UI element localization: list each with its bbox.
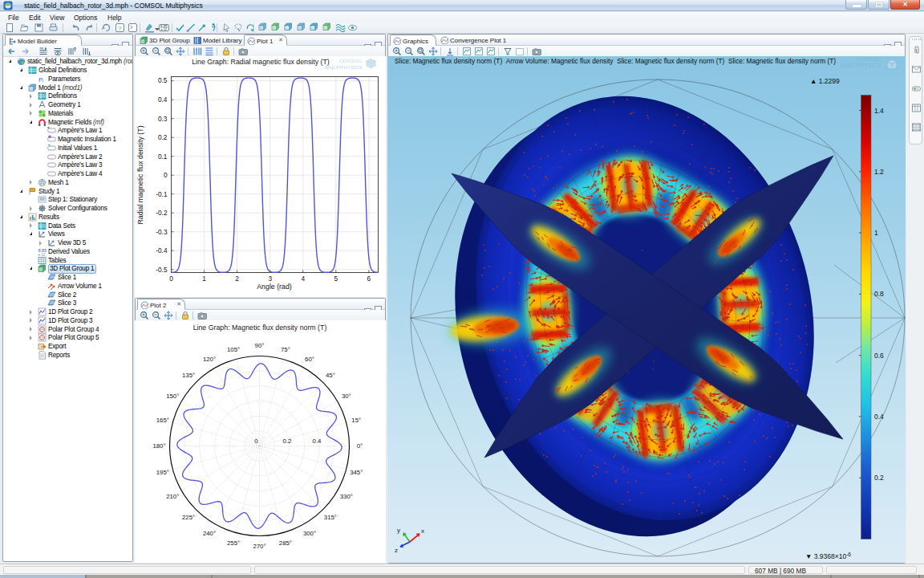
svg-text:▲ 1.2299: ▲ 1.2299 — [810, 77, 840, 85]
svg-text:5: 5 — [334, 275, 338, 283]
svg-text:-0.5: -0.5 — [156, 266, 168, 274]
svg-text:240°: 240° — [203, 530, 216, 537]
svg-text:2: 2 — [235, 275, 239, 283]
svg-text:Radial magnetic flux density (: Radial magnetic flux density (T) — [136, 125, 144, 224]
svg-text:1: 1 — [874, 229, 878, 237]
svg-text:-0.3: -0.3 — [156, 228, 168, 236]
svg-text:150°: 150° — [166, 393, 179, 400]
svg-text:-0.2: -0.2 — [156, 209, 168, 217]
svg-text:0.1: 0.1 — [158, 153, 168, 161]
svg-text:165°: 165° — [156, 417, 169, 424]
svg-text:15°: 15° — [351, 417, 361, 424]
svg-text:Line Graph: Radial magnetic fl: Line Graph: Radial magnetic flux density… — [192, 58, 330, 66]
svg-text:0.5: 0.5 — [158, 76, 168, 84]
svg-text:3: 3 — [268, 275, 272, 283]
svg-text:MULTIPHYSICS: MULTIPHYSICS — [326, 65, 363, 70]
svg-text:255°: 255° — [227, 539, 240, 547]
svg-text:-0.4: -0.4 — [156, 246, 168, 254]
svg-text:0.8: 0.8 — [874, 290, 884, 298]
svg-text:90°: 90° — [255, 342, 265, 349]
svg-text:45°: 45° — [326, 372, 335, 379]
svg-text:1.2: 1.2 — [874, 168, 884, 176]
svg-text:345°: 345° — [350, 469, 363, 476]
svg-text:285°: 285° — [279, 539, 292, 547]
svg-text:120°: 120° — [203, 356, 216, 363]
svg-text:210°: 210° — [166, 493, 179, 500]
svg-text:x: x — [421, 527, 424, 535]
svg-text:6: 6 — [367, 275, 371, 283]
svg-text:330°: 330° — [340, 493, 353, 500]
svg-text:0°: 0° — [357, 442, 363, 450]
svg-text:300°: 300° — [303, 530, 316, 537]
svg-text:0.4: 0.4 — [313, 438, 322, 445]
svg-text:195°: 195° — [156, 469, 169, 476]
svg-text:1.4: 1.4 — [874, 107, 884, 115]
svg-text:60°: 60° — [305, 356, 314, 363]
svg-text:4: 4 — [301, 275, 305, 283]
svg-text:30°: 30° — [342, 393, 351, 400]
svg-text:MULTIPHYSICS: MULTIPHYSICS — [841, 63, 881, 68]
svg-text:0.4: 0.4 — [158, 96, 168, 104]
svg-text:105°: 105° — [227, 346, 240, 353]
svg-text:0.3: 0.3 — [158, 115, 168, 123]
svg-text:315°: 315° — [324, 514, 337, 521]
svg-text:-0.1: -0.1 — [156, 190, 168, 198]
svg-text:0.4: 0.4 — [874, 413, 884, 421]
svg-text:0.6: 0.6 — [874, 352, 884, 360]
svg-text:225°: 225° — [182, 514, 195, 521]
svg-text:e-12: e-12 — [161, 28, 168, 31]
svg-text:?: ? — [118, 25, 122, 32]
svg-text:180°: 180° — [152, 442, 165, 450]
svg-text:0.2: 0.2 — [283, 438, 292, 445]
svg-text:0: 0 — [164, 171, 168, 179]
svg-text:▼ 3.9368×10-6: ▼ 3.9368×10-6 — [805, 552, 851, 560]
svg-text:COMSOL: COMSOL — [856, 56, 881, 62]
svg-text:Line Graph: Magnetic flux dens: Line Graph: Magnetic flux density norm (… — [193, 324, 327, 332]
svg-text:0: 0 — [254, 438, 258, 445]
svg-text:Angle (rad): Angle (rad) — [257, 283, 292, 291]
svg-text:y: y — [397, 527, 400, 534]
svg-text:z: z — [395, 547, 398, 554]
svg-text:0: 0 — [169, 275, 173, 283]
svg-text:COMSOL: COMSOL — [339, 59, 363, 63]
svg-text:0.2: 0.2 — [874, 474, 884, 482]
svg-text:1: 1 — [202, 275, 206, 283]
svg-text:Slice: Magnetic flux density n: Slice: Magnetic flux density norm (T) Ar… — [395, 57, 836, 65]
svg-text:270°: 270° — [253, 543, 265, 550]
svg-text:135°: 135° — [182, 372, 195, 379]
svg-text:75°: 75° — [281, 346, 290, 353]
svg-text:0.2: 0.2 — [158, 133, 168, 141]
